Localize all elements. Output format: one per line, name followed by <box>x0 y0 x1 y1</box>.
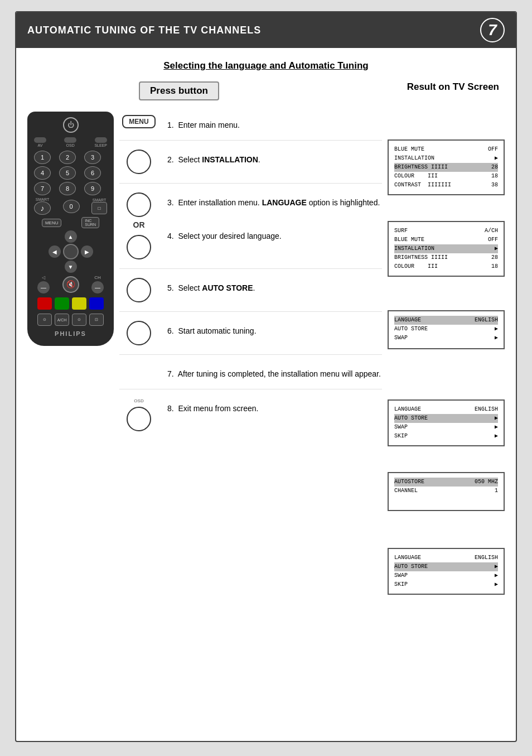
nav-center-button[interactable] <box>63 244 79 259</box>
num-8-button[interactable]: 8 <box>59 182 76 195</box>
osd-label: OSD <box>134 398 143 403</box>
page-header: Automatic Tuning of the TV Channels 7 <box>16 12 516 48</box>
step-2-text: 2. Select INSTALLATION. <box>167 150 382 166</box>
step-8-row: OSD 8. Exit menu from screen. <box>119 389 382 440</box>
mute-button[interactable]: 🔇 <box>62 276 79 293</box>
step-5-text: 5. Select AUTO STORE. <box>167 278 382 294</box>
or-text: OR <box>133 220 145 229</box>
step-1-button-area: MENU <box>119 115 158 128</box>
remote-brand: PHILIPS <box>55 330 86 337</box>
menu-row: MENU INCSURN <box>32 217 109 228</box>
num-4-button[interactable]: 4 <box>34 166 51 180</box>
tv-screen-3: LANGUAGEENGLISH AUTO STORE▶ SWAP▶ <box>388 310 505 349</box>
nav-right-button[interactable]: ▶ <box>81 245 93 258</box>
ch-down-button[interactable]: — <box>91 281 104 293</box>
av-button[interactable] <box>34 137 46 143</box>
bottom-btn-3[interactable]: ⊙ <box>72 314 86 326</box>
tv-screen-2: SURFA/CH BLUE MUTEOFF INSTALLATION▶ BRIG… <box>388 221 505 277</box>
step-5-row: 5. Select AUTO STORE. <box>119 269 382 312</box>
step-3-circle-button[interactable] <box>127 192 151 217</box>
tv-screen-5: LANGUAGEENGLISH AUTO STORE▶ SWAP▶ SKIP▶ <box>388 399 505 446</box>
bottom-btn-1[interactable]: ⊙ <box>37 314 52 326</box>
step-6-button-area <box>119 321 158 345</box>
tv-screen-6: AUTOSTORE050 MHZ CHANNEL1 <box>388 472 505 511</box>
nav-up-button[interactable]: ▲ <box>65 230 77 243</box>
num-2-button[interactable]: 2 <box>59 151 76 164</box>
step-8-text: 8. Exit menu from screen. <box>167 398 382 415</box>
step-8-button-area: OSD <box>119 398 158 431</box>
colored-buttons <box>37 297 104 310</box>
red-button[interactable] <box>37 297 52 310</box>
step-3-text: 3. Enter installation menu. LANGUAGE opt… <box>167 192 380 209</box>
num-9-button[interactable]: 9 <box>84 182 101 195</box>
smart-right-button[interactable]: □ <box>91 202 107 214</box>
bottom-btn-2[interactable]: A/CH <box>55 314 69 326</box>
num-3-button[interactable]: 3 <box>84 151 101 164</box>
num-1-button[interactable]: 1 <box>34 151 51 164</box>
bottom-buttons: ⊙ A/CH ⊙ ⊡ <box>37 314 104 326</box>
num-5-button[interactable]: 5 <box>59 166 76 180</box>
num-6-button[interactable]: 6 <box>84 166 101 180</box>
step-2-button-area <box>119 150 158 174</box>
tv-screen-1: BLUE MUTEOFF INSTALLATION▶ BRIGHTNESS II… <box>388 139 505 195</box>
page-title: Automatic Tuning of the TV Channels <box>27 25 261 36</box>
step-5-button-area <box>119 278 158 302</box>
step-2-row: 2. Select INSTALLATION. <box>119 141 382 184</box>
step-6-circle-button[interactable] <box>127 321 151 345</box>
yellow-button[interactable] <box>72 297 86 310</box>
step-6-text: 6. Start automatic tuning. <box>167 321 382 337</box>
nav-left-button[interactable]: ◀ <box>49 245 61 258</box>
step-4-text: 4. Select your desired language. <box>167 220 282 242</box>
power-button[interactable]: ⏻ <box>63 117 79 133</box>
smart-left-button[interactable]: ♪ <box>34 201 51 215</box>
num-0-button[interactable]: 0 <box>63 200 80 213</box>
nav-pad: ▲ ◀ ▶ ▼ <box>32 230 109 273</box>
osd-button-top[interactable] <box>64 137 76 143</box>
num-7-button[interactable]: 7 <box>34 182 51 195</box>
sleep-button[interactable] <box>95 137 107 143</box>
green-button[interactable] <box>55 297 69 310</box>
step-1-text: 1. Enter main menu. <box>167 115 382 131</box>
step-7-text: 7. After tuning is completed, the instal… <box>167 364 382 380</box>
remote-numpad: 1 2 3 4 5 6 7 8 9 <box>32 151 109 195</box>
step-7-row: 7. After tuning is completed, the instal… <box>119 355 382 389</box>
press-button-header: Press button <box>139 81 219 100</box>
steps-column: MENU 1. Enter main menu. 2. Select INSTA… <box>119 106 382 600</box>
results-column: BLUE MUTEOFF INSTALLATION▶ BRIGHTNESS II… <box>388 106 505 600</box>
step-4-button-area: OR <box>119 220 158 259</box>
vol-row: ◁ — 🔇 CH — <box>32 275 109 293</box>
blue-button[interactable] <box>89 297 104 310</box>
step-3-button-area <box>119 192 158 217</box>
remote-top-buttons: AV OSD SLEEP <box>32 137 109 147</box>
step-4-circle-button[interactable] <box>127 235 151 259</box>
result-header: Result on TV Screen <box>407 81 499 100</box>
column-headers: Press button Result on TV Screen <box>16 81 516 100</box>
step-2-circle-button[interactable] <box>127 150 151 174</box>
nav-down-button[interactable]: ▼ <box>65 261 77 273</box>
step-3-4-row: 3. Enter installation menu. LANGUAGE opt… <box>119 184 382 269</box>
step-1-row: MENU 1. Enter main menu. <box>119 106 382 141</box>
subtitle: Selecting the language and Automatic Tun… <box>16 60 516 71</box>
step-5-circle-button[interactable] <box>127 278 151 302</box>
main-content: ⏻ AV OSD SLEEP 1 2 3 <box>16 106 516 600</box>
smart-row: SMART ♪ 0 SMART □ <box>32 198 109 215</box>
page-number: 7 <box>480 18 505 42</box>
main-page: Automatic Tuning of the TV Channels 7 Se… <box>15 11 517 742</box>
bottom-btn-4[interactable]: ⊡ <box>89 314 104 326</box>
step-6-row: 6. Start automatic tuning. <box>119 312 382 355</box>
osd-press-button[interactable] <box>127 407 151 431</box>
menu-press-button[interactable]: MENU <box>122 115 155 128</box>
inc-surn-button[interactable]: INCSURN <box>81 217 99 228</box>
remote-control: ⏻ AV OSD SLEEP 1 2 3 <box>27 112 114 346</box>
vol-down-button[interactable]: — <box>37 281 50 293</box>
tv-screen-7: LANGUAGEENGLISH AUTO STORE▶ SWAP▶ SKIP▶ <box>388 548 505 595</box>
menu-button[interactable]: MENU <box>42 219 62 227</box>
